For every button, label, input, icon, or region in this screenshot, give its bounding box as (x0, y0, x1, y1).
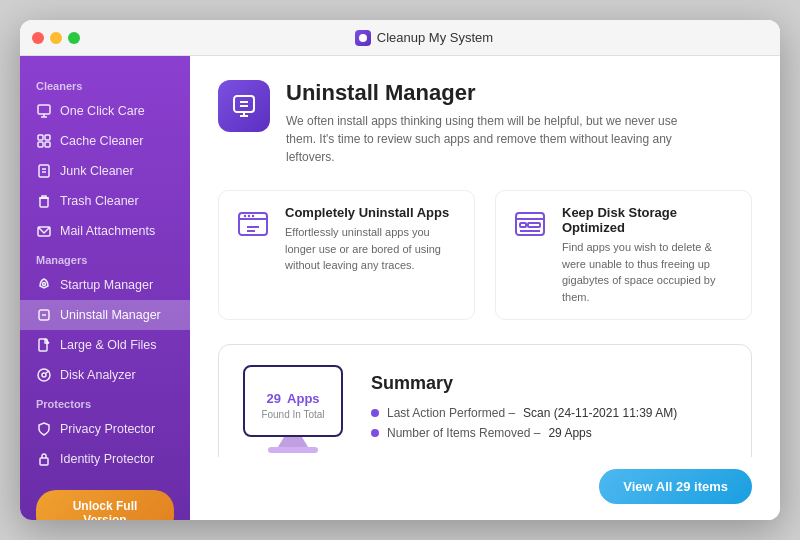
sidebar-bottom: Unlock Full Version (20, 474, 190, 520)
feature-title: Completely Uninstall Apps (285, 205, 460, 220)
grid-icon (36, 133, 52, 149)
file-large-icon (36, 337, 52, 353)
summary-card: 29 Apps Found In Total Summary Last Act (218, 344, 752, 457)
monitor-sublabel: Found In Total (261, 409, 324, 420)
summary-key: Number of Items Removed – (387, 426, 540, 440)
summary-info: Summary Last Action Performed – Scan (24… (371, 373, 727, 446)
traffic-lights (32, 32, 80, 44)
titlebar-title: Cleanup My System (80, 30, 768, 46)
page-header-icon (218, 80, 270, 132)
sidebar-item-disk-analyzer[interactable]: Disk Analyzer (20, 360, 190, 390)
page-header-text: Uninstall Manager We often install apps … (286, 80, 706, 166)
unlock-full-version-button[interactable]: Unlock Full Version (36, 490, 174, 520)
svg-point-0 (359, 34, 367, 42)
maximize-button[interactable] (68, 32, 80, 44)
titlebar: Cleanup My System (20, 20, 780, 56)
svg-point-18 (42, 373, 46, 377)
sidebar-item-large-old-files[interactable]: Large & Old Files (20, 330, 190, 360)
features-row: Completely Uninstall Apps Effortlessly u… (218, 190, 752, 320)
sidebar-section-managers: Managers (20, 246, 190, 270)
svg-rect-7 (45, 142, 50, 147)
monitor-display: 29 Apps Found In Total (243, 365, 343, 437)
feature-text-disk: Keep Disk Storage Optimized Find apps yo… (562, 205, 737, 305)
summary-row-items: Number of Items Removed – 29 Apps (371, 426, 727, 440)
page-title: Uninstall Manager (286, 80, 706, 106)
feature-desc: Effortlessly uninstall apps you longer u… (285, 224, 460, 274)
app-count: 29 Apps (266, 383, 319, 409)
sidebar-item-label: Junk Cleaner (60, 164, 134, 178)
sidebar-item-startup-manager[interactable]: Startup Manager (20, 270, 190, 300)
content-area: Uninstall Manager We often install apps … (190, 56, 780, 457)
close-button[interactable] (32, 32, 44, 44)
app-window: Cleanup My System Cleaners One Click Car… (20, 20, 780, 520)
minimize-button[interactable] (50, 32, 62, 44)
svg-rect-20 (40, 458, 48, 465)
summary-row-action: Last Action Performed – Scan (24-11-2021… (371, 406, 727, 420)
sidebar-item-cache-cleaner[interactable]: Cache Cleaner (20, 126, 190, 156)
monitor-wrap: 29 Apps Found In Total (243, 365, 343, 453)
svg-rect-21 (234, 96, 254, 112)
sidebar-item-one-click-care[interactable]: One Click Care (20, 96, 190, 126)
app-title: Cleanup My System (377, 30, 493, 45)
feature-card-uninstall: Completely Uninstall Apps Effortlessly u… (218, 190, 475, 320)
svg-rect-35 (520, 223, 526, 227)
svg-line-19 (46, 371, 49, 373)
disk-feature-icon (510, 205, 550, 245)
sidebar-item-label: Startup Manager (60, 278, 153, 292)
summary-value: 29 Apps (548, 426, 591, 440)
lock-icon (36, 451, 52, 467)
file-icon (36, 163, 52, 179)
sidebar-item-uninstall-manager[interactable]: Uninstall Manager (20, 300, 190, 330)
svg-rect-5 (45, 135, 50, 140)
shield-icon (36, 421, 52, 437)
content-footer: View All 29 items (190, 457, 780, 520)
svg-point-13 (43, 283, 46, 286)
feature-title: Keep Disk Storage Optimized (562, 205, 737, 235)
summary-heading: Summary (371, 373, 727, 394)
page-header: Uninstall Manager We often install apps … (218, 80, 752, 166)
summary-value: Scan (24-11-2021 11:39 AM) (523, 406, 677, 420)
svg-rect-11 (40, 198, 48, 207)
sidebar-item-label: Trash Cleaner (60, 194, 139, 208)
sidebar-item-label: Cache Cleaner (60, 134, 143, 148)
sidebar-section-protectors: Protectors (20, 390, 190, 414)
feature-card-disk: Keep Disk Storage Optimized Find apps yo… (495, 190, 752, 320)
page-description: We often install apps thinking using the… (286, 112, 706, 166)
dot-icon (371, 409, 379, 417)
sidebar-item-label: Uninstall Manager (60, 308, 161, 322)
svg-rect-36 (528, 223, 540, 227)
mail-icon (36, 223, 52, 239)
sidebar-item-label: Privacy Protector (60, 422, 155, 436)
disk-icon (36, 367, 52, 383)
sidebar-item-mail-attachments[interactable]: Mail Attachments (20, 216, 190, 246)
feature-text-uninstall: Completely Uninstall Apps Effortlessly u… (285, 205, 460, 274)
uninstall-feature-icon (233, 205, 273, 245)
sidebar: Cleaners One Click Care (20, 56, 190, 520)
sidebar-item-label: One Click Care (60, 104, 145, 118)
sidebar-item-privacy-protector[interactable]: Privacy Protector (20, 414, 190, 444)
sidebar-item-identity-protector[interactable]: Identity Protector (20, 444, 190, 474)
svg-rect-1 (38, 105, 50, 114)
summary-key: Last Action Performed – (387, 406, 515, 420)
sidebar-item-label: Identity Protector (60, 452, 155, 466)
feature-desc: Find apps you wish to delete & were unab… (562, 239, 737, 305)
sidebar-item-label: Disk Analyzer (60, 368, 136, 382)
rocket-icon (36, 277, 52, 293)
uninstall-icon (36, 307, 52, 323)
sidebar-section-cleaners: Cleaners (20, 72, 190, 96)
dot-icon (371, 429, 379, 437)
svg-rect-6 (38, 142, 43, 147)
main-content: Cleaners One Click Care (20, 56, 780, 520)
monitor-icon (36, 103, 52, 119)
app-icon (355, 30, 371, 46)
monitor-stand (278, 437, 308, 447)
view-all-button[interactable]: View All 29 items (599, 469, 752, 504)
sidebar-item-trash-cleaner[interactable]: Trash Cleaner (20, 186, 190, 216)
svg-rect-4 (38, 135, 43, 140)
sidebar-item-label: Mail Attachments (60, 224, 155, 238)
svg-rect-8 (39, 165, 49, 177)
sidebar-item-junk-cleaner[interactable]: Junk Cleaner (20, 156, 190, 186)
monitor-base (268, 447, 318, 453)
trash-icon (36, 193, 52, 209)
sidebar-item-label: Large & Old Files (60, 338, 157, 352)
